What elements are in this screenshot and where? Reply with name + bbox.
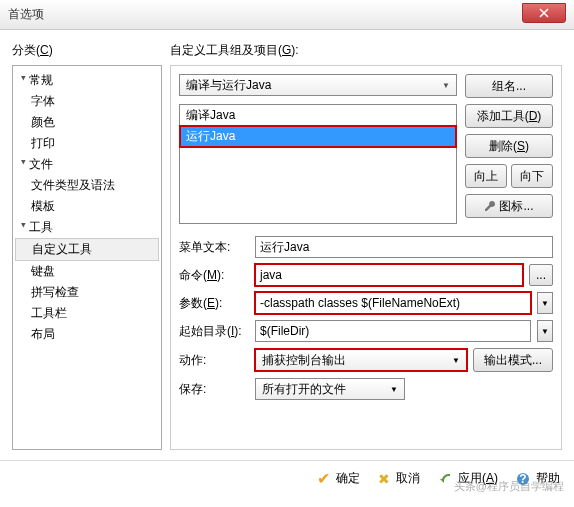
- group-box: 编译与运行Java ▼ 组名... 编译Java运行Java 添加工具(D) 删…: [170, 65, 562, 450]
- delete-button[interactable]: 删除(S): [465, 134, 553, 158]
- tools-group-label: 自定义工具组及项目(G):: [170, 42, 562, 59]
- close-icon: [539, 8, 549, 18]
- tree-item[interactable]: 工具: [13, 217, 161, 238]
- left-panel: 分类(C) 常规字体颜色打印文件文件类型及语法模板工具自定义工具键盘拼写检查工具…: [12, 42, 162, 448]
- tree-item[interactable]: 颜色: [13, 112, 161, 133]
- group-name-button[interactable]: 组名...: [465, 74, 553, 98]
- group-combo[interactable]: 编译与运行Java ▼: [179, 74, 457, 96]
- tree-item[interactable]: 文件: [13, 154, 161, 175]
- tree-item[interactable]: 拼写检查: [13, 282, 161, 303]
- wrench-icon: [484, 200, 496, 212]
- command-input[interactable]: java: [255, 264, 523, 286]
- tree-item[interactable]: 文件类型及语法: [13, 175, 161, 196]
- check-icon: ✔: [317, 469, 330, 488]
- category-label: 分类(C): [12, 42, 162, 59]
- tree-item[interactable]: 打印: [13, 133, 161, 154]
- startdir-label: 起始目录(I):: [179, 323, 249, 340]
- args-label: 参数(E):: [179, 295, 249, 312]
- watermark: 头条@程序员自学编程: [454, 479, 564, 494]
- chevron-down-icon: ▼: [452, 356, 460, 365]
- category-tree[interactable]: 常规字体颜色打印文件文件类型及语法模板工具自定义工具键盘拼写检查工具栏布局: [12, 65, 162, 450]
- cross-icon: ✖: [378, 471, 390, 487]
- args-dropdown-button[interactable]: ▼: [537, 292, 553, 314]
- tree-item[interactable]: 模板: [13, 196, 161, 217]
- form: 菜单文本: 运行Java 命令(M): java ... 参数(E): -cla…: [179, 236, 553, 400]
- tools-list[interactable]: 编译Java运行Java: [179, 104, 457, 224]
- add-tool-button[interactable]: 添加工具(D): [465, 104, 553, 128]
- footer: ✔确定 ✖取消 应用(A) ? 帮助 头条@程序员自学编程: [0, 460, 574, 496]
- action-combo[interactable]: 捕获控制台输出▼: [255, 349, 467, 371]
- tree-item[interactable]: 常规: [13, 70, 161, 91]
- content: 分类(C) 常规字体颜色打印文件文件类型及语法模板工具自定义工具键盘拼写检查工具…: [0, 30, 574, 460]
- cancel-button[interactable]: ✖取消: [378, 470, 420, 487]
- chevron-down-icon: ▼: [390, 385, 398, 394]
- window-title: 首选项: [8, 6, 44, 23]
- save-label: 保存:: [179, 381, 249, 398]
- command-browse-button[interactable]: ...: [529, 264, 553, 286]
- startdir-input[interactable]: $(FileDir): [255, 320, 531, 342]
- tree-item[interactable]: 布局: [13, 324, 161, 345]
- titlebar: 首选项: [0, 0, 574, 30]
- list-item[interactable]: 运行Java: [180, 126, 456, 147]
- chevron-down-icon: ▼: [442, 81, 450, 90]
- tree-item[interactable]: 工具栏: [13, 303, 161, 324]
- output-mode-button[interactable]: 输出模式...: [473, 348, 553, 372]
- menu-text-input[interactable]: 运行Java: [255, 236, 553, 258]
- close-button[interactable]: [522, 3, 566, 23]
- action-label: 动作:: [179, 352, 249, 369]
- list-item[interactable]: 编译Java: [180, 105, 456, 126]
- save-combo[interactable]: 所有打开的文件▼: [255, 378, 405, 400]
- ok-button[interactable]: ✔确定: [317, 469, 360, 488]
- startdir-dropdown-button[interactable]: ▼: [537, 320, 553, 342]
- apply-icon: [438, 472, 452, 486]
- icon-button[interactable]: 图标...: [465, 194, 553, 218]
- tree-item[interactable]: 键盘: [13, 261, 161, 282]
- move-up-button[interactable]: 向上: [465, 164, 507, 188]
- button-column: 添加工具(D) 删除(S) 向上 向下 图标...: [465, 104, 553, 224]
- tree-item[interactable]: 字体: [13, 91, 161, 112]
- right-panel: 自定义工具组及项目(G): 编译与运行Java ▼ 组名... 编译Java运行…: [170, 42, 562, 448]
- tree-item[interactable]: 自定义工具: [15, 238, 159, 261]
- group-combo-text: 编译与运行Java: [186, 77, 271, 94]
- move-down-button[interactable]: 向下: [511, 164, 553, 188]
- command-label: 命令(M):: [179, 267, 249, 284]
- args-input[interactable]: -classpath classes $(FileNameNoExt): [255, 292, 531, 314]
- menu-text-label: 菜单文本:: [179, 239, 249, 256]
